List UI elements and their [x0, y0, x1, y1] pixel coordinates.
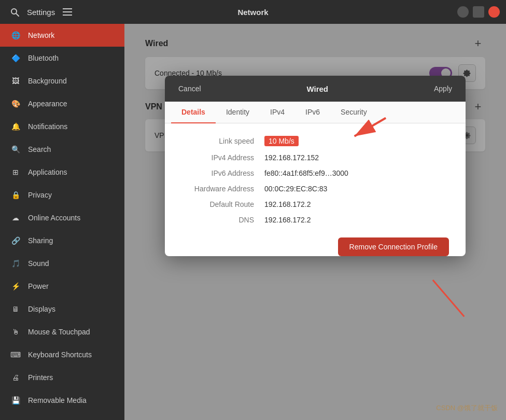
bluetooth-icon: 🔷 — [10, 53, 21, 63]
background-icon: 🖼 — [10, 76, 21, 86]
default-route-label: Default Route — [181, 200, 264, 208]
privacy-icon: 🔒 — [10, 190, 21, 200]
sidebar-label-printers: Printers — [28, 373, 53, 382]
hardware-value: 00:0C:29:EC:8C:83 — [264, 185, 327, 193]
dns-label: DNS — [181, 216, 264, 224]
removable-media-icon: 💾 — [10, 395, 21, 405]
sharing-icon: 🔗 — [10, 235, 21, 246]
displays-icon: 🖥 — [10, 304, 21, 314]
appearance-icon: 🎨 — [10, 99, 21, 109]
online-accounts-icon: ☁ — [10, 213, 21, 223]
ipv4-label: IPv4 Address — [181, 153, 264, 162]
ipv4-value: 192.168.172.152 — [264, 153, 319, 162]
search-icon: 🔍 — [10, 144, 21, 155]
wired-dialog: Cancel Wired Apply DetailsIdentityIPv4IP… — [165, 76, 466, 256]
sidebar-label-displays: Displays — [28, 305, 55, 313]
link-speed-row: Link speed 10 Mb/s — [181, 136, 449, 146]
dialog-overlay: Cancel Wired Apply DetailsIdentityIPv4IP… — [124, 24, 506, 420]
sidebar-label-power: Power — [28, 282, 49, 290]
remove-connection-button[interactable]: Remove Connection Profile — [338, 237, 449, 256]
svg-line-1 — [16, 13, 19, 16]
sidebar-item-power[interactable]: ⚡ Power — [0, 275, 124, 298]
dialog-title: Wired — [206, 85, 429, 93]
menu-button[interactable] — [59, 4, 76, 20]
sidebar-item-sound[interactable]: 🎵 Sound — [0, 252, 124, 275]
applications-icon: ⊞ — [10, 167, 21, 177]
sidebar-item-privacy[interactable]: 🔒 Privacy — [0, 184, 124, 206]
printers-icon: 🖨 — [10, 372, 21, 383]
maximize-button[interactable]: □ — [473, 6, 484, 18]
sidebar-label-removable-media: Removable Media — [28, 396, 87, 404]
sidebar-item-search[interactable]: 🔍 Search — [0, 138, 124, 161]
sidebar-label-keyboard-shortcuts: Keyboard Shortcuts — [28, 351, 92, 359]
titlebar: Settings Network ─ □ ✕ — [0, 0, 506, 24]
sidebar-item-notifications[interactable]: 🔔 Notifications — [0, 115, 124, 138]
sidebar-label-applications: Applications — [28, 168, 67, 176]
default-route-value: 192.168.172.2 — [264, 200, 311, 208]
ipv6-value: fe80::4a1f:68f5:ef9…3000 — [264, 169, 348, 177]
minimize-button[interactable]: ─ — [457, 6, 469, 18]
mouse-icon: 🖱 — [10, 327, 21, 337]
keyboard-icon: ⌨ — [10, 349, 21, 360]
sidebar-label-network: Network — [28, 31, 54, 39]
sidebar-label-sharing: Sharing — [28, 236, 53, 245]
sidebar: 🌐 Network 🔷 Bluetooth 🖼 Background 🎨 App… — [0, 24, 124, 420]
notifications-icon: 🔔 — [10, 121, 21, 132]
sound-icon: 🎵 — [10, 258, 21, 269]
link-speed-label: Link speed — [181, 137, 264, 145]
link-speed-value: 10 Mb/s — [264, 136, 299, 146]
sidebar-label-mouse-touchpad: Mouse & Touchpad — [28, 328, 90, 336]
content-area: Wired + Connected - 10 Mb/s VPN + VPN — [124, 24, 506, 420]
tab-security[interactable]: Security — [330, 102, 377, 123]
tab-ipv6[interactable]: IPv6 — [295, 102, 330, 123]
sidebar-item-background[interactable]: 🖼 Background — [0, 69, 124, 92]
network-icon: 🌐 — [10, 30, 21, 40]
sidebar-label-notifications: Notifications — [28, 122, 67, 131]
app-title: Settings — [27, 8, 55, 17]
hardware-row: Hardware Address 00:0C:29:EC:8C:83 — [181, 185, 449, 193]
sidebar-item-applications[interactable]: ⊞ Applications — [0, 161, 124, 184]
sidebar-label-privacy: Privacy — [28, 191, 52, 199]
dialog-cancel-button[interactable]: Cancel — [173, 81, 206, 96]
search-button[interactable] — [6, 4, 23, 20]
sidebar-item-appearance[interactable]: 🎨 Appearance — [0, 92, 124, 115]
sidebar-item-sharing[interactable]: 🔗 Sharing — [0, 229, 124, 252]
sidebar-label-appearance: Appearance — [28, 100, 67, 108]
power-icon: ⚡ — [10, 281, 21, 291]
dialog-header: Cancel Wired Apply — [165, 76, 466, 102]
dialog-tabs: DetailsIdentityIPv4IPv6Security — [165, 102, 466, 123]
sidebar-item-bluetooth[interactable]: 🔷 Bluetooth — [0, 47, 124, 69]
dns-row: DNS 192.168.172.2 — [181, 216, 449, 224]
tab-details[interactable]: Details — [171, 102, 216, 123]
sidebar-item-printers[interactable]: 🖨 Printers — [0, 366, 124, 389]
dialog-apply-button[interactable]: Apply — [429, 81, 457, 96]
sidebar-label-background: Background — [28, 77, 67, 85]
hardware-label: Hardware Address — [181, 185, 264, 193]
ipv6-label: IPv6 Address — [181, 169, 264, 177]
watermark: CSDN @饿了就干饭 — [436, 403, 498, 413]
window-controls: ─ □ ✕ — [457, 6, 500, 18]
sidebar-label-online-accounts: Online Accounts — [28, 214, 80, 222]
sidebar-label-bluetooth: Bluetooth — [28, 54, 59, 62]
tab-ipv4[interactable]: IPv4 — [260, 102, 295, 123]
default-route-row: Default Route 192.168.172.2 — [181, 200, 449, 208]
sidebar-item-online-accounts[interactable]: ☁ Online Accounts — [0, 206, 124, 229]
ipv4-row: IPv4 Address 192.168.172.152 — [181, 153, 449, 162]
sidebar-item-keyboard-shortcuts[interactable]: ⌨ Keyboard Shortcuts — [0, 343, 124, 366]
dns-value: 192.168.172.2 — [264, 216, 311, 224]
close-button[interactable]: ✕ — [488, 6, 500, 18]
ipv6-row: IPv6 Address fe80::4a1f:68f5:ef9…3000 — [181, 169, 449, 177]
tab-identity[interactable]: Identity — [216, 102, 260, 123]
sidebar-item-displays[interactable]: 🖥 Displays — [0, 298, 124, 320]
window-title: Network — [237, 8, 268, 17]
sidebar-label-search: Search — [28, 145, 51, 153]
main-layout: 🌐 Network 🔷 Bluetooth 🖼 Background 🎨 App… — [0, 24, 506, 420]
sidebar-item-removable-media[interactable]: 💾 Removable Media — [0, 389, 124, 412]
sidebar-label-sound: Sound — [28, 259, 49, 268]
dialog-body: Link speed 10 Mb/s IPv4 Address 192.168.… — [165, 123, 466, 245]
sidebar-item-mouse-touchpad[interactable]: 🖱 Mouse & Touchpad — [0, 320, 124, 343]
sidebar-item-network[interactable]: 🌐 Network — [0, 24, 124, 47]
